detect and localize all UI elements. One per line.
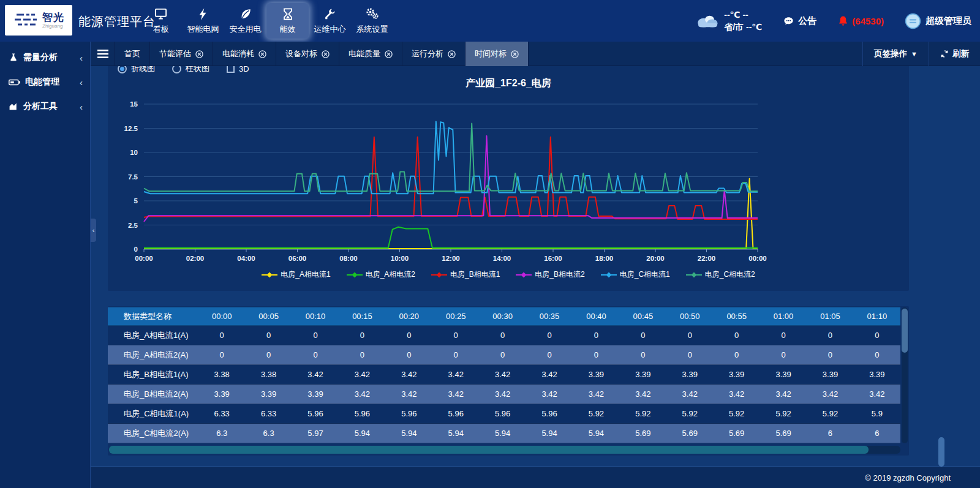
tab-2[interactable]: 节能评估	[150, 42, 213, 66]
legend-label: 电房_B相电流2	[535, 269, 584, 280]
announcement-button[interactable]: 公告	[783, 15, 816, 27]
table-vertical-scrollbar[interactable]	[902, 307, 908, 443]
table-row-1: 电房_A相电流1(A)000000000000000	[108, 326, 900, 345]
column-header-time: 00:00	[198, 307, 245, 325]
tab-4[interactable]: 设备对标	[276, 42, 339, 66]
brand-subname: Zhiguang	[42, 24, 64, 29]
svg-text:02:00: 02:00	[186, 255, 204, 262]
cell-value: 3.39	[292, 385, 339, 404]
cell-value: 0	[479, 345, 526, 364]
legend-item-2[interactable]: 电房_A相电流2	[347, 269, 415, 280]
tab-3[interactable]: 电能消耗	[213, 42, 276, 66]
legend-item-6[interactable]: 电房_C相电流2	[686, 269, 755, 280]
column-header-time: 00:30	[479, 307, 526, 325]
legend-label: 电房_A相电流1	[281, 269, 330, 280]
battery-icon	[9, 78, 20, 86]
radio-option-1[interactable]: 折线图	[118, 66, 155, 74]
table-row-4: 电房_B相电流2(A)3.393.393.393.423.423.423.423…	[108, 385, 900, 404]
tab-7[interactable]: 时间对标	[466, 42, 529, 66]
cell-value: 3.42	[713, 385, 760, 404]
option-label: 柱状图	[186, 66, 209, 74]
cell-value: 3.42	[526, 385, 573, 404]
column-header-time: 01:05	[807, 307, 853, 325]
checkbox-icon	[227, 66, 235, 73]
cell-value: 3.39	[620, 365, 666, 384]
table-horizontal-scrollbar[interactable]	[109, 446, 900, 454]
legend-label: 电房_A相电流2	[366, 269, 415, 280]
tab-label: 运行分析	[412, 48, 443, 59]
cell-value: 3.39	[245, 385, 292, 404]
sidebar-item-3[interactable]: 分析工具‹	[0, 94, 90, 119]
sidebar-collapse-handle[interactable]: ‹	[91, 219, 96, 242]
cell-value: 5.94	[573, 424, 619, 443]
cell-value: 0	[760, 326, 807, 345]
legend-marker-icon	[686, 272, 702, 278]
legend-item-4[interactable]: 电房_B相电流2	[516, 269, 584, 280]
close-tab-icon[interactable]	[322, 50, 330, 58]
nav-label: 运维中心	[314, 24, 346, 35]
cell-value: 5.96	[386, 404, 432, 423]
sidebar-item-2[interactable]: 电能管理‹	[0, 70, 90, 94]
tab-1[interactable]: 首页	[115, 42, 150, 66]
close-tab-icon[interactable]	[258, 50, 266, 58]
cell-value: 3.42	[386, 365, 432, 384]
page-vertical-scrollbar[interactable]	[938, 437, 944, 467]
legend-item-5[interactable]: 电房_C相电流1	[601, 269, 670, 280]
hamburger-menu-icon[interactable]	[91, 42, 115, 66]
legend-label: 电房_C相电流2	[705, 269, 755, 280]
column-header-time: 00:50	[666, 307, 713, 325]
hourglass-icon	[281, 7, 295, 21]
wrench-icon	[323, 7, 337, 21]
svg-text:10: 10	[130, 149, 138, 156]
cell-value: 0	[386, 326, 432, 345]
radio-option-2[interactable]: 柱状图	[172, 66, 209, 74]
cell-value: 0	[666, 345, 713, 364]
close-tab-icon[interactable]	[195, 50, 203, 58]
nav-item-3[interactable]: 安全用电	[224, 3, 266, 39]
data-table: 数据类型名称00:0000:0500:1000:1500:2000:2500:3…	[108, 307, 900, 443]
cell-value: 5.96	[339, 404, 385, 423]
legend-marker-icon	[516, 272, 532, 278]
legend-label: 电房_B相电流1	[450, 269, 500, 280]
svg-text:18:00: 18:00	[595, 255, 613, 262]
cell-value: 3.42	[573, 385, 619, 404]
cell-value: 6.33	[245, 404, 292, 423]
logo-stripes-icon	[13, 11, 40, 29]
close-tab-icon[interactable]	[511, 50, 519, 58]
cell-value: 5.97	[292, 424, 339, 443]
close-tab-icon[interactable]	[385, 50, 393, 58]
nav-item-1[interactable]: 看板	[140, 3, 182, 39]
row-name: 电房_C相电流2(A)	[108, 424, 198, 443]
cell-value: 3.42	[620, 385, 666, 404]
cell-value: 5.94	[526, 424, 573, 443]
cell-value: 6.33	[198, 404, 245, 423]
tab-label: 时间对标	[475, 48, 507, 59]
nav-item-4[interactable]: 能效	[266, 3, 309, 39]
svg-text:14:00: 14:00	[493, 255, 511, 262]
sidebar-item-1[interactable]: 需量分析‹	[0, 45, 90, 70]
legend-item-1[interactable]: 电房_A相电流1	[262, 269, 330, 280]
tab-5[interactable]: 电能质量	[339, 42, 402, 66]
close-tab-icon[interactable]	[448, 50, 456, 58]
cell-value: 0	[339, 326, 385, 345]
checkbox-option-3[interactable]: 3D	[227, 66, 249, 73]
nav-item-5[interactable]: 运维中心	[309, 3, 351, 39]
announcement-label: 公告	[798, 15, 816, 27]
chevron-down-icon: ▼	[911, 50, 918, 58]
nav-item-2[interactable]: 智能电网	[182, 3, 224, 39]
legend-item-3[interactable]: 电房_B相电流1	[431, 269, 500, 280]
tab-label: 电能消耗	[222, 48, 254, 59]
chevron-left-icon: ‹	[80, 102, 83, 112]
column-header-time: 00:55	[713, 307, 760, 325]
tab-6[interactable]: 运行分析	[402, 42, 466, 66]
cell-value: 0	[713, 345, 760, 364]
cell-value: 3.42	[432, 385, 479, 404]
user-menu[interactable]: 超级管理员	[905, 13, 971, 29]
refresh-button[interactable]: 刷新	[929, 42, 980, 66]
alarm-button[interactable]: (64530)	[837, 15, 884, 27]
cell-value: 0	[854, 326, 900, 345]
column-header-time: 01:00	[760, 307, 807, 325]
nav-item-6[interactable]: 系统设置	[351, 3, 393, 39]
cell-value: 0	[573, 326, 619, 345]
tab-operations-dropdown[interactable]: 页签操作 ▼	[862, 42, 929, 66]
